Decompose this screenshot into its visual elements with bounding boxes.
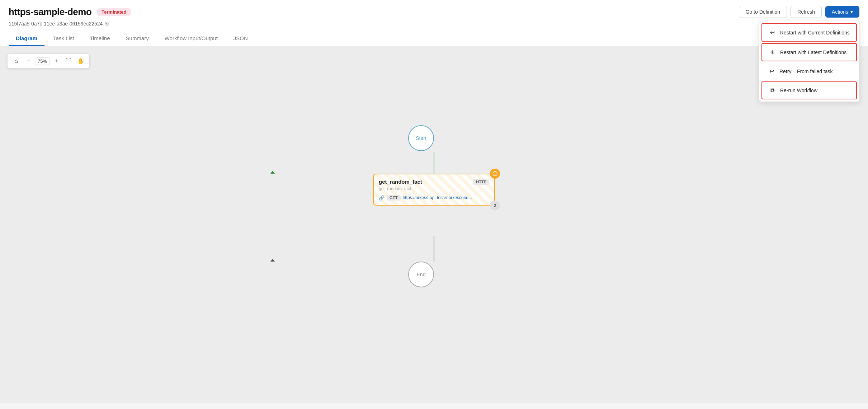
task-link-row: 🔗 GET https://orkess-api-tester.orkescon… bbox=[379, 195, 489, 201]
task-method-badge: GET bbox=[387, 195, 401, 201]
goto-definition-button[interactable]: Go to Definition bbox=[739, 6, 787, 18]
link-icon: 🔗 bbox=[379, 195, 385, 201]
zoom-fit-button[interactable]: ⛶ bbox=[63, 55, 74, 67]
rerun-label: Re-run Workflow bbox=[780, 88, 817, 93]
restart-latest-label: Restart with Latest Definitions bbox=[780, 50, 846, 55]
tab-timeline[interactable]: Timeline bbox=[82, 32, 117, 46]
header-actions: Go to Definition Refresh Actions ▾ bbox=[739, 6, 859, 18]
svg-point-6 bbox=[495, 174, 495, 175]
svg-marker-1 bbox=[270, 171, 275, 174]
dropdown-restart-current[interactable]: ↩ Restart with Current Definitions bbox=[761, 23, 857, 42]
tab-tasklist[interactable]: Task List bbox=[46, 32, 81, 46]
header-top-row: https-sample-demo Terminated Go to Defin… bbox=[9, 6, 859, 18]
refresh-button[interactable]: Refresh bbox=[791, 6, 822, 18]
task-card: get_random_fact HTTP get_random_fact 🔗 G… bbox=[373, 174, 495, 206]
title-row: https-sample-demo Terminated bbox=[9, 6, 131, 18]
task-count-badge: 2 bbox=[490, 201, 500, 211]
task-url[interactable]: https://orkess-api-tester.orkescond... bbox=[403, 195, 472, 200]
zoom-value: 75% bbox=[35, 57, 50, 65]
zoom-home-button[interactable]: ⌂ bbox=[10, 55, 22, 67]
zoom-toolbar: ⌂ − 75% + ⛶ ✋ bbox=[7, 53, 90, 69]
start-label: Start bbox=[416, 135, 426, 141]
rerun-icon: ⧉ bbox=[769, 87, 776, 94]
copy-icon[interactable]: ⎘ bbox=[105, 21, 108, 27]
task-header: get_random_fact HTTP bbox=[379, 179, 489, 185]
workflow-title: https-sample-demo bbox=[9, 6, 91, 18]
restart-current-label: Restart with Current Definitions bbox=[780, 30, 850, 36]
end-label: End bbox=[417, 272, 426, 277]
task-node[interactable]: get_random_fact HTTP get_random_fact 🔗 G… bbox=[373, 174, 495, 206]
workflow-id-row: 115f7aa5-0a7c-11ee-a3ae-06159ec22524 ⎘ bbox=[9, 21, 859, 27]
tab-json[interactable]: JSON bbox=[226, 32, 255, 46]
zoom-out-button[interactable]: − bbox=[23, 55, 34, 67]
actions-button[interactable]: Actions ▾ bbox=[825, 6, 859, 18]
page-header: https-sample-demo Terminated Go to Defin… bbox=[0, 0, 868, 46]
nav-tabs: Diagram Task List Timeline Summary Workf… bbox=[9, 32, 859, 46]
tab-diagram[interactable]: Diagram bbox=[9, 32, 44, 46]
tab-summary[interactable]: Summary bbox=[119, 32, 156, 46]
restart-current-icon: ↩ bbox=[769, 29, 776, 36]
diagram-connectors bbox=[0, 46, 868, 403]
task-node-inner: get_random_fact HTTP get_random_fact 🔗 G… bbox=[374, 174, 494, 205]
dropdown-retry[interactable]: ↩ Retry – From failed task bbox=[761, 63, 857, 80]
zoom-in-button[interactable]: + bbox=[51, 55, 62, 67]
status-badge: Terminated bbox=[96, 8, 131, 16]
task-type-badge: HTTP bbox=[473, 179, 489, 185]
end-node: End bbox=[408, 262, 434, 287]
chevron-down-icon: ▾ bbox=[850, 9, 853, 15]
svg-marker-3 bbox=[270, 259, 275, 262]
task-name: get_random_fact bbox=[379, 179, 422, 185]
diagram-area: ⌂ − 75% + ⛶ ✋ Start bbox=[0, 46, 868, 403]
task-status-icon bbox=[490, 169, 500, 179]
tab-workflow-io[interactable]: Workflow Input/Output bbox=[157, 32, 225, 46]
task-subname: get_random_fact bbox=[379, 186, 489, 191]
retry-label: Retry – From failed task bbox=[779, 69, 833, 74]
dropdown-restart-latest[interactable]: ✳ Restart with Latest Definitions bbox=[761, 43, 857, 61]
restart-latest-icon: ✳ bbox=[769, 49, 776, 56]
retry-icon: ↩ bbox=[768, 68, 775, 75]
actions-label: Actions bbox=[832, 9, 848, 15]
dropdown-rerun[interactable]: ⧉ Re-run Workflow bbox=[761, 81, 857, 99]
start-node: Start bbox=[408, 125, 434, 151]
workflow-id: 115f7aa5-0a7c-11ee-a3ae-06159ec22524 bbox=[9, 21, 103, 27]
actions-dropdown: ↩ Restart with Current Definitions ✳ Res… bbox=[759, 21, 859, 102]
task-node-wrapper: get_random_fact HTTP get_random_fact 🔗 G… bbox=[373, 174, 495, 206]
pan-button[interactable]: ✋ bbox=[75, 55, 86, 67]
